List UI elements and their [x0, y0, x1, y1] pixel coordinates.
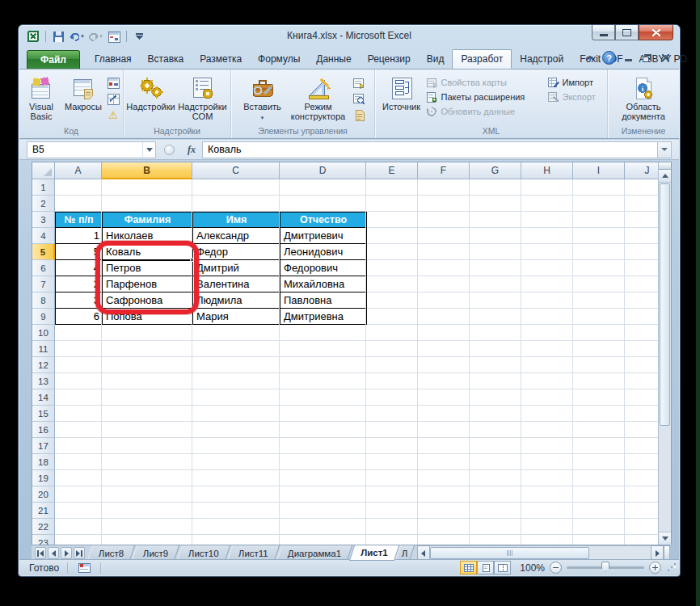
sheet-tab-лист1[interactable]: Лист1 [349, 545, 399, 561]
close-button[interactable] [639, 25, 673, 40]
row-header-6[interactable]: 6 [32, 260, 55, 276]
ribbon-tab-разработ[interactable]: Разработ [452, 49, 512, 69]
column-header-E[interactable]: E [366, 162, 418, 179]
vertical-scrollbar[interactable] [658, 162, 671, 545]
table-cell[interactable]: Александр [193, 228, 280, 244]
page-layout-view-icon[interactable] [477, 561, 494, 574]
ribbon-tab-формулы[interactable]: Формулы [250, 50, 308, 69]
normal-view-icon[interactable] [460, 561, 477, 574]
row-header-23[interactable]: 23 [32, 535, 55, 545]
visual-basic-button[interactable]: Visual Basic [22, 73, 61, 121]
zoom-in-icon[interactable] [649, 562, 661, 574]
ribbon-tab-вид[interactable]: Вид [419, 50, 453, 69]
column-header-H[interactable]: H [521, 162, 573, 179]
resize-grip[interactable] [666, 563, 676, 573]
table-cell[interactable]: Дмитриевич [280, 228, 367, 244]
column-header-G[interactable]: G [470, 162, 521, 179]
workbook-close-icon[interactable] [659, 52, 672, 65]
run-dialog-icon[interactable] [352, 108, 366, 122]
source-button[interactable]: Источник [379, 73, 424, 112]
column-header-I[interactable]: I [573, 162, 625, 179]
row-header-22[interactable]: 22 [32, 519, 55, 535]
column-header-J[interactable]: J [625, 162, 658, 179]
row-header-11[interactable]: 11 [32, 341, 55, 357]
table-cell[interactable]: Леонидович [280, 244, 367, 260]
ribbon-tab-данные[interactable]: Данные [308, 50, 359, 69]
table-cell[interactable]: 1 [55, 228, 103, 244]
zoom-slider[interactable] [567, 566, 644, 569]
minimize-button[interactable] [592, 25, 615, 40]
table-cell[interactable]: Валентина [193, 276, 280, 292]
row-header-21[interactable]: 21 [32, 503, 55, 519]
import-button[interactable]: Импорт [547, 77, 604, 88]
table-header-cell[interactable]: Имя [193, 212, 280, 228]
row-header-3[interactable]: 3 [32, 212, 55, 228]
row-header-18[interactable]: 18 [32, 454, 55, 470]
vertical-scroll-thumb[interactable] [660, 183, 670, 426]
expansion-packs-button[interactable]: Пакеты расширения [426, 91, 544, 103]
expand-formula-bar-button[interactable] [657, 141, 672, 158]
table-cell[interactable]: 6 [55, 309, 103, 325]
last-sheet-icon[interactable] [74, 547, 85, 559]
table-header-cell[interactable]: Фамилия [103, 212, 193, 228]
row-header-2[interactable]: 2 [32, 196, 55, 212]
scroll-up-icon[interactable] [659, 170, 671, 183]
horizontal-scroll-thumb[interactable] [430, 547, 589, 559]
view-code-icon[interactable] [352, 92, 366, 106]
row-header-14[interactable]: 14 [32, 389, 55, 406]
next-sheet-icon[interactable] [61, 547, 72, 559]
table-cell[interactable]: Людмила [193, 292, 280, 309]
table-header-cell[interactable]: Отчество [280, 212, 367, 228]
macros-button[interactable]: Макросы [62, 73, 104, 112]
workbook-minimize-icon[interactable] [622, 52, 635, 65]
macro-record-icon[interactable] [76, 562, 92, 574]
table-cell[interactable]: Федорович [280, 260, 367, 276]
document-panel-button[interactable]: i Область документа [613, 73, 674, 121]
insert-function-button[interactable]: fx [181, 144, 202, 156]
ribbon-tab-главная[interactable]: Главная [86, 50, 140, 69]
help-icon[interactable]: ? [602, 51, 616, 65]
column-header-C[interactable]: C [192, 162, 280, 179]
table-cell[interactable]: Федор [193, 244, 280, 260]
insert-control-button[interactable]: Вставить ▼ [240, 73, 285, 123]
collapse-ribbon-icon[interactable] [584, 52, 597, 65]
row-header-12[interactable]: 12 [32, 357, 55, 373]
zoom-level[interactable]: 100% [516, 562, 545, 574]
first-sheet-icon[interactable] [35, 547, 46, 559]
row-header-10[interactable]: 10 [32, 325, 55, 341]
table-cell[interactable]: Дмитрий [193, 260, 280, 276]
ribbon-tab-файл[interactable]: Файл [27, 50, 80, 69]
zoom-out-icon[interactable] [550, 562, 562, 574]
row-header-5[interactable]: 5 [32, 244, 55, 260]
row-header-1[interactable]: 1 [32, 179, 55, 196]
macro-security-icon[interactable]: ⚠ [106, 108, 120, 122]
table-cell[interactable]: Мария [193, 309, 280, 325]
row-header-15[interactable]: 15 [32, 406, 55, 422]
com-addins-button[interactable]: Надстройки COM [177, 73, 228, 121]
properties-icon[interactable] [352, 76, 366, 90]
column-header-A[interactable]: A [55, 162, 102, 179]
column-header-F[interactable]: F [418, 162, 470, 179]
prev-sheet-icon[interactable] [48, 547, 59, 559]
row-header-4[interactable]: 4 [32, 228, 55, 244]
formula-input[interactable]: Коваль [202, 141, 657, 158]
page-break-view-icon[interactable] [494, 561, 511, 574]
vertical-split-handle[interactable] [659, 162, 671, 170]
ribbon-tab-разметка[interactable]: Разметка [192, 50, 250, 69]
column-header-B[interactable]: B [102, 162, 192, 179]
ribbon-tab-надстрой[interactable]: Надстрой [512, 50, 571, 69]
ribbon-tab-вставка[interactable]: Вставка [140, 50, 192, 69]
table-cell[interactable]: Дмитриевна [280, 309, 367, 325]
select-all-corner[interactable] [32, 162, 55, 179]
ribbon-tab-рецензир[interactable]: Рецензир [360, 50, 419, 69]
zoom-slider-thumb[interactable] [601, 562, 609, 572]
table-cell[interactable]: Павловна [280, 292, 367, 309]
workbook-restore-icon[interactable] [640, 52, 653, 65]
addins-button[interactable]: Надстройки [126, 73, 175, 112]
row-header-19[interactable]: 19 [32, 470, 55, 486]
name-box[interactable]: B5 [27, 141, 156, 158]
row-header-8[interactable]: 8 [32, 292, 55, 309]
name-box-dropdown-icon[interactable] [142, 142, 155, 158]
record-macro-icon[interactable] [106, 76, 120, 90]
row-header-16[interactable]: 16 [32, 422, 55, 438]
